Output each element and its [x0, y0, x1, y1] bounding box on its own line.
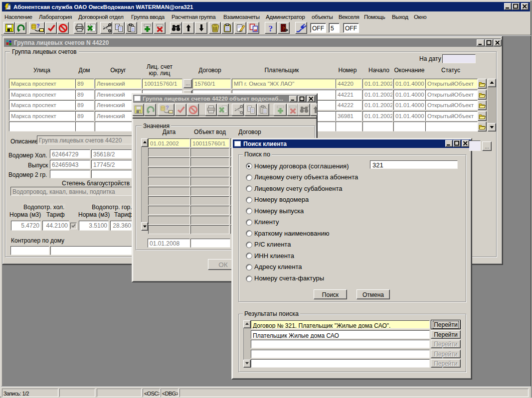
svg-text:?: ? — [307, 105, 309, 109]
svg-text:?: ? — [269, 24, 273, 33]
svg-text:?: ? — [178, 23, 181, 27]
svg-text:FI: FI — [254, 29, 256, 31]
svg-text:?: ? — [36, 23, 40, 29]
svg-text:?: ? — [166, 105, 169, 111]
